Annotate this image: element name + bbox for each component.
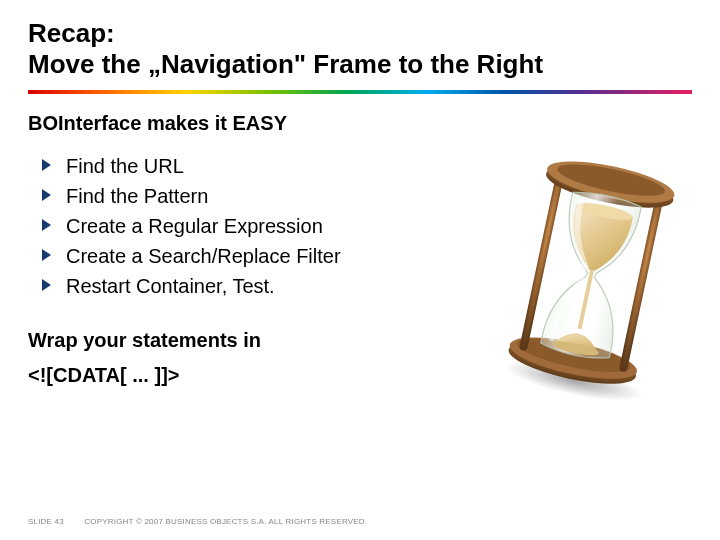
rainbow-divider — [28, 90, 692, 94]
slide-title: Recap: Move the „Navigation" Frame to th… — [28, 18, 692, 80]
slide-number: SLIDE 43 — [28, 517, 64, 526]
bullet-arrow-icon — [42, 249, 51, 261]
hourglass-image — [496, 150, 686, 400]
bullet-text: Find the URL — [66, 155, 184, 177]
bullet-arrow-icon — [42, 189, 51, 201]
bullet-text: Find the Pattern — [66, 185, 208, 207]
bullet-arrow-icon — [42, 219, 51, 231]
title-line-2: Move the „Navigation" Frame to the Right — [28, 49, 543, 79]
slide-container: Recap: Move the „Navigation" Frame to th… — [0, 0, 720, 540]
title-line-1: Recap: — [28, 18, 115, 48]
bullet-arrow-icon — [42, 159, 51, 171]
bullet-text: Restart Container, Test. — [66, 275, 275, 297]
copyright-text: COPYRIGHT © 2007 BUSINESS OBJECTS S.A. A… — [84, 517, 367, 526]
bullet-text: Create a Regular Expression — [66, 215, 323, 237]
footer: SLIDE 43 COPYRIGHT © 2007 BUSINESS OBJEC… — [28, 517, 367, 526]
bullet-arrow-icon — [42, 279, 51, 291]
subtitle: BOInterface makes it EASY — [28, 112, 692, 135]
bullet-text: Create a Search/Replace Filter — [66, 245, 341, 267]
